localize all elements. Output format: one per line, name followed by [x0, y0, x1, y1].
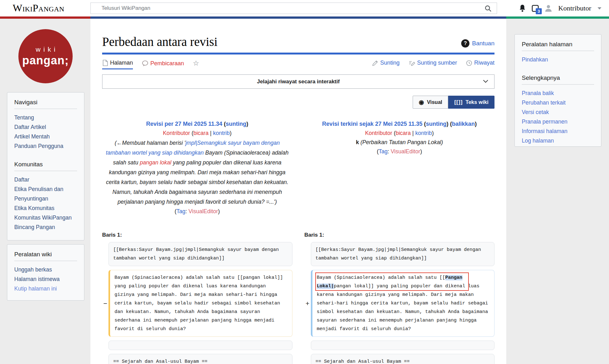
diff-view-toggle: ◉ Visual [[]] Teks wiki — [102, 96, 494, 109]
page-title: Perbedaan antara revisi — [102, 35, 218, 49]
sidebar-heading-peralatan-wiki: Peralatan wiki — [14, 251, 77, 261]
accent-bar — [0, 16, 609, 19]
tab-sunting[interactable]: Sunting — [372, 60, 400, 68]
tag-link[interactable]: Tag — [379, 148, 388, 155]
revert-link[interactable]: balikkan — [452, 121, 475, 127]
sidebar-item-tentang[interactable]: Tentang — [14, 113, 77, 122]
added-marker: + — [304, 270, 311, 337]
sidebar-item-bincang-pangan[interactable]: Bincang Pangan — [14, 222, 77, 232]
inserted-text: Pangan — [445, 275, 462, 280]
added-text-line-7: menjadi favorit di seluruh dunia? — [317, 325, 490, 333]
sidebar-navigation: Navigasi Tentang Daftar Artikel Artikel … — [7, 92, 84, 240]
context-line: [[Berkas:Sayur Bayam.jpg|jmpl|Semangkuk … — [108, 242, 292, 266]
heading-line: == Sejarah dan Asal-usul Bayam == — [108, 354, 292, 364]
added-text-line-4: sehari-hari hingga cerita kartun, bayam … — [317, 299, 490, 308]
tab-pembicaraan[interactable]: Pembicaraan — [142, 60, 184, 69]
sidebar-item-pindahkan[interactable]: Pindahkan — [522, 55, 594, 64]
search-input[interactable] — [91, 3, 497, 14]
current-revision-edit-link[interactable]: sunting — [426, 121, 447, 127]
current-revision-link[interactable]: Revisi terkini sejak 27 Mei 2025 11.35 — [322, 121, 422, 127]
question-mark-icon: ? — [461, 39, 469, 48]
wikitext-toggle-button[interactable]: [[]] Teks wiki — [448, 96, 494, 109]
sidebar-wiki-tools: Peralatan wiki Unggah berkas Halaman ist… — [7, 244, 84, 301]
sidebar-item-komunitas-wikipangan[interactable]: Komunitas WikiPangan — [14, 213, 77, 222]
revision-left: Revisi per 27 Mei 2025 11.34 (sunting) K… — [102, 119, 292, 216]
chevron-down-icon — [483, 79, 488, 84]
sidebar-item-unggah-berkas[interactable]: Unggah berkas — [14, 265, 77, 274]
sidebar-item-kutip-halaman[interactable]: Kutip halaman ini — [14, 284, 77, 293]
old-revision-link[interactable]: Revisi per 27 Mei 2025 11.34 — [146, 121, 222, 127]
search-box[interactable] — [90, 3, 497, 14]
visual-toggle-button[interactable]: ◉ Visual — [413, 96, 448, 109]
logo-text-bottom: pangan; — [22, 54, 69, 67]
sidebar-heading-navigasi: Navigasi — [14, 99, 77, 109]
added-text-line-6: sayuran sederhana ini menempuh perjalana… — [317, 316, 490, 325]
search-icon[interactable] — [485, 5, 492, 12]
star-icon: ☆ — [193, 60, 199, 67]
tab-sunting-sumber[interactable]: Sunting sumber — [409, 60, 457, 68]
user-talk-link[interactable]: bicara — [396, 130, 411, 136]
site-logo[interactable]: wiki pangan; — [18, 29, 73, 83]
interactive-history-toggle[interactable]: Jelajahi riwayat secara interaktif — [102, 74, 494, 89]
tab-halaman[interactable]: Halaman — [102, 60, 133, 69]
sidebar-item-daftar-artikel[interactable]: Daftar Artikel — [14, 122, 77, 132]
heading-line: == Sejarah dan Asal-usul Bayam == — [311, 354, 495, 364]
sidebar-item-pranala-permanen[interactable]: Pranala permanen — [522, 117, 594, 126]
added-text-line-2: Lokal|pangan lokal]] yang paling populer… — [317, 282, 490, 291]
sidebar-item-artikel-mentah[interactable]: Artikel Mentah — [14, 132, 77, 141]
minor-edit-flag: k — [356, 139, 359, 145]
user-contribs-link[interactable]: kontrib — [213, 130, 230, 136]
sidebar-item-versi-cetak[interactable]: Versi cetak — [522, 107, 594, 117]
old-revision-tag-line: (Tag: VisualEditor) — [102, 207, 292, 216]
top-header: WikiPangan 3 Kontributor — [0, 0, 609, 16]
diff-context-row: [[Berkas:Sayur Bayam.jpg|jmpl|Semangkuk … — [304, 242, 495, 266]
logo-text-top: wiki — [36, 46, 58, 53]
visualeditor-tag-link[interactable]: VisualEditor — [391, 148, 420, 155]
visualeditor-tag-link[interactable]: VisualEditor — [188, 208, 218, 214]
bell-icon[interactable] — [519, 4, 526, 12]
old-revision-edit-link[interactable]: sunting — [226, 121, 246, 127]
sidebar-item-etika-komunitas[interactable]: Etika Komunitas — [14, 203, 77, 213]
brackets-icon: [[]] — [454, 99, 463, 105]
sidebar-item-informasi-halaman[interactable]: Informasi halaman — [522, 126, 594, 136]
user-menu-label[interactable]: Kontributor — [558, 4, 591, 12]
sidebar-item-pranala-balik[interactable]: Pranala balik — [522, 88, 594, 98]
sidebar-item-etika-penulisan[interactable]: Etika Penulisan dan Penyuntingan — [14, 184, 77, 203]
diff-table: Baris 1: [[Berkas:Sayur Bayam.jpg|jmpl|S… — [102, 232, 494, 364]
user-contribs-link[interactable]: kontrib — [415, 130, 432, 136]
user-link[interactable]: Kontributor — [163, 130, 190, 136]
eye-icon: ◉ — [419, 99, 424, 105]
old-revision-comment: (←Membuat halaman berisi 'jmpl|Semangkuk… — [102, 138, 292, 207]
sidebar-item-log-halaman[interactable]: Log halaman — [522, 136, 594, 145]
sidebar-item-panduan-pengguna[interactable]: Panduan Pengguna — [14, 141, 77, 151]
chevron-down-icon[interactable] — [598, 7, 601, 10]
removed-line: Bayam (Spinaciaoleracea) adalah salah sa… — [108, 270, 292, 337]
site-wordmark[interactable]: WikiPangan — [13, 2, 64, 14]
diff-column-new: Baris 1: [[Berkas:Sayur Bayam.jpg|jmpl|S… — [304, 232, 495, 364]
accent-red — [0, 16, 90, 19]
tab-riwayat[interactable]: Riwayat — [466, 60, 494, 68]
diff-column-old: Baris 1: [[Berkas:Sayur Bayam.jpg|jmpl|S… — [102, 232, 292, 364]
help-link[interactable]: ? Bantuan — [461, 39, 494, 49]
current-revision-comment: k (Perbaikan Tautan Pangan Lokal) — [304, 138, 495, 147]
clock-icon — [466, 60, 472, 66]
messages-tray-icon[interactable]: 3 — [531, 4, 539, 12]
watch-star-button[interactable]: ☆ — [193, 60, 199, 69]
talk-bubble-icon — [142, 60, 148, 67]
old-revision-user-line: Kontributor (bicara | kontrib) — [102, 129, 292, 138]
diff-context-row: [[Berkas:Sayur Bayam.jpg|jmpl|Semangkuk … — [102, 242, 292, 266]
sidebar-item-perubahan-terkait[interactable]: Perubahan terkait — [522, 98, 594, 107]
sidebar-item-halaman-istimewa[interactable]: Halaman istimewa — [14, 274, 77, 284]
line-label-left: Baris 1: — [102, 232, 292, 238]
accent-green — [506, 16, 609, 19]
added-text-line-1: Bayam (Spinaciaoleracea) adalah salah sa… — [317, 273, 490, 282]
comment-redlink[interactable]: pangan lokal — [140, 159, 171, 166]
diff-heading-row: == Sejarah dan Asal-usul Bayam == — [304, 354, 495, 364]
source-edit-icon — [409, 60, 415, 66]
user-link[interactable]: Kontributor — [365, 130, 392, 136]
sidebar-item-daftar[interactable]: Daftar — [14, 175, 77, 184]
tag-link[interactable]: Tag — [176, 208, 185, 214]
main-content: Perbedaan antara revisi ? Bantuan Halama… — [90, 19, 506, 364]
user-avatar-icon[interactable] — [544, 4, 553, 12]
user-talk-link[interactable]: bicara — [193, 130, 209, 136]
